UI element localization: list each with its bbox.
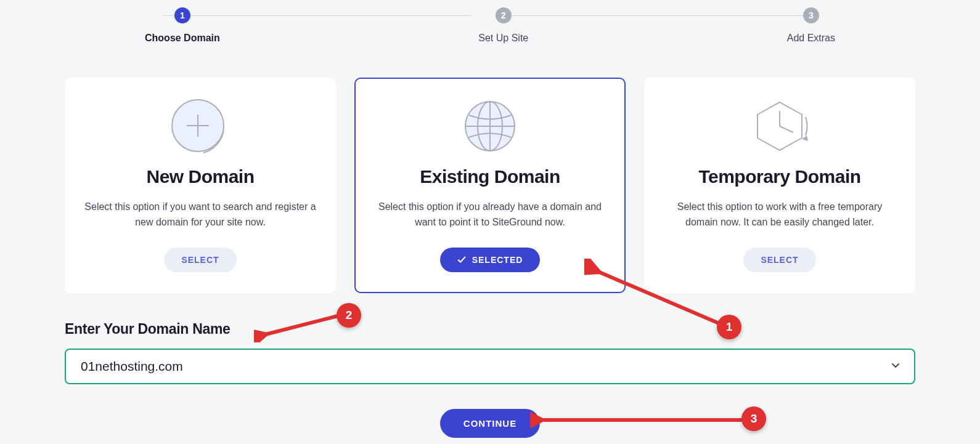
globe-icon bbox=[462, 99, 518, 154]
stepper: 1 Choose Domain 2 Set Up Site 3 Add Extr… bbox=[145, 7, 835, 44]
domain-input-heading: Enter Your Domain Name bbox=[65, 321, 915, 337]
step-number-badge: 1 bbox=[174, 7, 190, 23]
card-description: Select this option if you want to search… bbox=[83, 200, 317, 230]
domain-option-cards: New Domain Select this option if you wan… bbox=[65, 78, 915, 293]
step-number-badge: 3 bbox=[803, 7, 819, 23]
step-set-up-site[interactable]: 2 Set Up Site bbox=[478, 7, 528, 44]
selected-existing-domain-button[interactable]: SELECTED bbox=[440, 248, 541, 272]
button-label: SELECTED bbox=[472, 255, 523, 265]
card-title: New Domain bbox=[146, 166, 254, 187]
card-temporary-domain[interactable]: Temporary Domain Select this option to w… bbox=[644, 78, 915, 293]
chevron-down-icon[interactable] bbox=[891, 360, 900, 373]
card-new-domain[interactable]: New Domain Select this option if you wan… bbox=[65, 78, 336, 293]
domain-name-field[interactable] bbox=[65, 349, 915, 384]
step-label: Choose Domain bbox=[145, 33, 220, 44]
stepper-line bbox=[508, 15, 817, 16]
select-new-domain-button[interactable]: SELECT bbox=[164, 248, 236, 272]
select-temporary-domain-button[interactable]: SELECT bbox=[743, 248, 815, 272]
clock-hexagon-icon bbox=[749, 99, 811, 154]
card-title: Existing Domain bbox=[420, 166, 560, 187]
continue-button[interactable]: CONTINUE bbox=[440, 409, 540, 438]
domain-input-section: Enter Your Domain Name bbox=[65, 321, 915, 384]
card-title: Temporary Domain bbox=[698, 166, 860, 187]
plus-circle-icon bbox=[169, 99, 231, 154]
card-existing-domain[interactable]: Existing Domain Select this option if yo… bbox=[354, 78, 626, 293]
step-label: Set Up Site bbox=[478, 33, 528, 44]
card-description: Select this option to work with a free t… bbox=[663, 200, 897, 230]
domain-name-input[interactable] bbox=[80, 358, 891, 374]
continue-row: CONTINUE bbox=[65, 409, 915, 438]
check-icon bbox=[457, 256, 466, 264]
step-add-extras[interactable]: 3 Add Extras bbox=[787, 7, 835, 44]
step-label: Add Extras bbox=[787, 33, 835, 44]
step-number-badge: 2 bbox=[496, 7, 512, 23]
card-description: Select this option if you already have a… bbox=[373, 200, 607, 230]
step-choose-domain[interactable]: 1 Choose Domain bbox=[145, 7, 220, 44]
svg-line-9 bbox=[780, 126, 793, 132]
